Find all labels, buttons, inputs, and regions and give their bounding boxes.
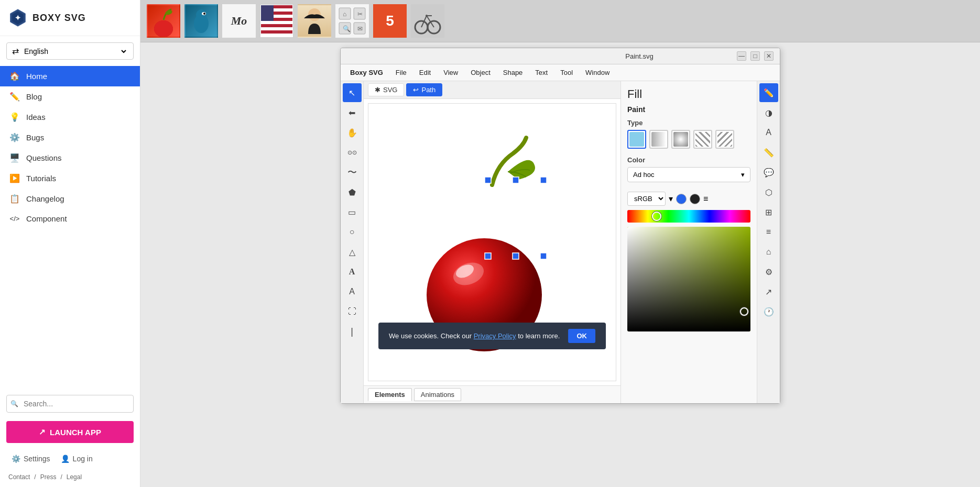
dark-color-indicator[interactable] [690,194,700,204]
tool-eyes[interactable]: ⊙⊙ [343,143,362,162]
tool-pan[interactable]: ✋ [343,123,362,142]
tool-pencil[interactable]: 〜 [343,163,362,182]
right-tool-history[interactable]: 🕐 [759,302,778,321]
paint-type-radial[interactable] [671,130,690,149]
sidebar-item-changelog[interactable]: 📋 Changelog [0,189,140,209]
thumbnail-mo[interactable]: Mo [222,4,256,38]
menu-brand[interactable]: Boxy SVG [345,67,388,79]
menu-window[interactable]: Window [580,67,615,79]
tool-node[interactable]: ⬅ [343,103,362,122]
path-mode-button[interactable]: ↩ Path [406,83,442,96]
tool-dropper[interactable]: | [343,322,362,341]
menu-text[interactable]: Text [530,67,553,79]
cookie-message: We use cookies. Check our Privacy Policy… [389,332,560,340]
right-tool-node[interactable]: ⬡ [759,183,778,202]
right-tool-grid[interactable]: ⊞ [759,203,778,222]
list-icon[interactable]: ≡ [703,194,708,204]
thumbnail-bike[interactable] [411,4,444,38]
sidebar-item-tutorials[interactable]: ▶️ Tutorials [0,168,140,189]
tool-rect[interactable]: ▭ [343,203,362,222]
bottom-links: Contact / Press / Legal [0,470,140,487]
maximize-button[interactable]: □ [750,51,760,61]
language-dropdown[interactable]: English Español Français [22,47,128,56]
right-tool-contrast[interactable]: ◑ [759,103,778,122]
color-dropdown[interactable]: Ad hoc ▾ [627,167,750,182]
menu-object[interactable]: Object [465,67,496,79]
paint-type-diag2[interactable] [715,130,734,149]
sidebar-item-questions[interactable]: 🖥️ Questions [0,148,140,168]
svg-point-28 [426,15,428,17]
svg-rect-15 [261,34,292,37]
settings-button[interactable]: ⚙️ Settings [8,451,53,466]
chevron-down-icon: ▾ [741,171,745,179]
menu-tool[interactable]: Tool [555,67,578,79]
paint-type-diag1[interactable] [693,130,712,149]
thumbnail-tools[interactable]: ⌂ 🔍 ✂ ✉ [335,4,369,38]
thumbnail-html5[interactable]: 5 [373,4,407,38]
sidebar-item-label: Changelog [26,194,64,203]
cookie-ok-button[interactable]: OK [568,329,595,343]
press-link[interactable]: Press [40,473,57,481]
blue-color-indicator[interactable] [676,194,687,204]
tab-animations[interactable]: Animations [414,388,461,401]
right-tool-export[interactable]: ↗ [759,282,778,301]
menu-edit[interactable]: Edit [414,67,436,79]
login-button[interactable]: 👤 Log in [58,451,96,466]
right-tool-ruler[interactable]: 📏 [759,143,778,162]
contact-link[interactable]: Contact [8,473,30,481]
tool-text-serif[interactable]: A [343,262,362,281]
svg-canvas[interactable]: We use cookies. Check our Privacy Policy… [368,103,616,381]
menu-shape[interactable]: Shape [498,67,528,79]
thumbnail-flag[interactable] [260,4,293,38]
menu-file[interactable]: File [390,67,412,79]
right-tool-align[interactable]: ⌂ [759,242,778,261]
logo-area: ✦ BOXY SVG [0,0,140,36]
privacy-policy-link[interactable]: Privacy Policy [474,332,516,340]
panel-subtitle: Paint [627,105,750,114]
tool-triangle[interactable]: △ [343,242,362,261]
close-button[interactable]: ✕ [764,51,774,61]
sidebar-item-label: Home [26,72,47,81]
sidebar-item-component[interactable]: </> Component [0,209,140,228]
tool-scale[interactable]: ⛶ [343,302,362,321]
color-picker-box[interactable] [627,227,750,331]
right-tool-comment[interactable]: 💬 [759,163,778,182]
color-picker-handle[interactable] [740,307,748,316]
thumbnail-cherry[interactable] [147,4,180,38]
language-selector[interactable]: ⇄ English Español Français [6,42,134,60]
thumbnail-woman[interactable] [298,4,331,38]
svg-rect-13 [261,21,292,24]
right-tool-settings[interactable]: ⚙ [759,262,778,281]
thumbnail-bird[interactable] [184,4,218,38]
login-icon: 👤 [61,455,70,463]
search-input[interactable] [6,395,134,413]
sidebar-item-home[interactable]: 🏠 Home [0,66,140,86]
sidebar-item-bugs[interactable]: ⚙️ Bugs [0,127,140,148]
sidebar-item-blog[interactable]: ✏️ Blog [0,86,140,107]
svg-mode-button[interactable]: ✱ SVG [368,83,404,96]
paint-type-solid[interactable] [627,130,646,149]
right-tool-edit[interactable]: ✏️ [759,83,778,102]
menu-view[interactable]: View [438,67,463,79]
minimize-button[interactable]: — [737,51,746,61]
window-title: Paint.svg [542,52,737,60]
color-space-select[interactable]: sRGB HSL HWB [627,192,666,206]
solid-preview [629,132,644,147]
bottom-tabs: Elements Animations [364,385,620,403]
hue-marker[interactable] [652,212,661,221]
thumbnails-bar: Mo [140,0,980,42]
paint-type-linear[interactable] [649,130,668,149]
right-tool-text[interactable]: A [759,123,778,142]
svg-point-4 [154,20,173,37]
sidebar-item-ideas[interactable]: 💡 Ideas [0,107,140,127]
diag1-preview [695,132,710,147]
tab-elements[interactable]: Elements [368,388,412,401]
hue-bar[interactable] [627,210,750,223]
tool-text-sans[interactable]: A [343,282,362,301]
tool-select[interactable]: ↖ [343,83,362,102]
legal-link[interactable]: Legal [67,473,82,481]
tool-ellipse[interactable]: ○ [343,223,362,241]
launch-app-button[interactable]: ↗ LAUNCH APP [6,421,134,443]
tool-blob[interactable]: ⬟ [343,183,362,202]
right-tool-list[interactable]: ≡ [759,223,778,241]
